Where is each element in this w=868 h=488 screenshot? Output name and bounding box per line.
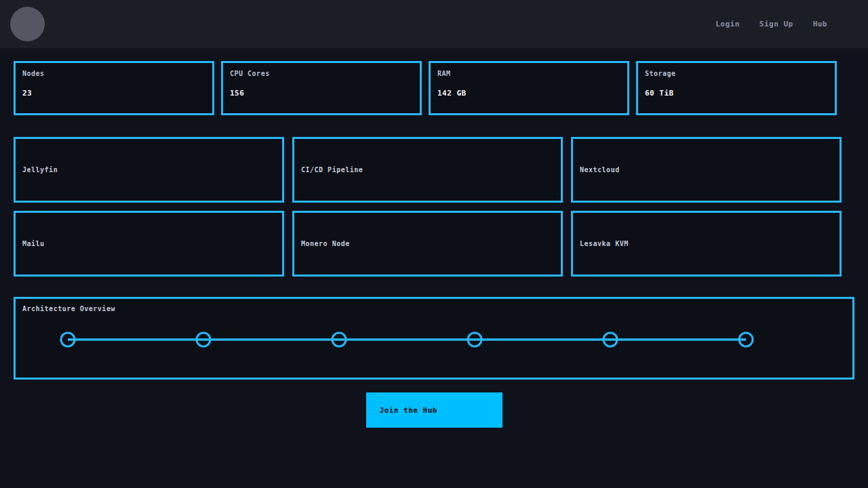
service-card-nextcloud[interactable]: Nextcloud [571, 137, 842, 203]
stat-value: 142 GB [437, 89, 620, 98]
service-name: Lesavka KVM [580, 240, 629, 247]
avatar[interactable] [10, 7, 45, 41]
stat-card-storage: Storage 60 TiB [636, 61, 837, 115]
architecture-diagram [16, 299, 852, 378]
stat-label: RAM [437, 70, 620, 77]
service-card-mailu[interactable]: Mailu [14, 211, 284, 277]
service-name: Jellyfin [22, 166, 58, 174]
stat-value: 156 [230, 89, 413, 98]
stat-value: 23 [22, 89, 205, 98]
service-name: Monero Node [301, 240, 350, 247]
service-card-monero-node[interactable]: Monero Node [292, 211, 563, 277]
services-grid: Jellyfin CI/CD Pipeline Nextcloud Mailu … [14, 137, 854, 277]
service-card-lesavka-kvm[interactable]: Lesavka KVM [571, 211, 842, 277]
top-navbar: Login Sign Up Hub [0, 0, 868, 48]
service-name: Nextcloud [580, 166, 620, 174]
nav-links: Login Sign Up Hub [715, 20, 827, 28]
cta-wrapper: Join the Hub [0, 392, 868, 428]
stat-card-nodes: Nodes 23 [14, 61, 214, 115]
nav-link-signup[interactable]: Sign Up [760, 20, 793, 28]
join-hub-button[interactable]: Join the Hub [366, 392, 502, 428]
stat-label: Nodes [22, 70, 205, 77]
stats-row: Nodes 23 CPU Cores 156 RAM 142 GB Storag… [14, 61, 854, 115]
service-name: Mailu [22, 240, 45, 247]
stat-card-ram: RAM 142 GB [429, 61, 629, 115]
architecture-overview-panel: Architecture Overview [14, 297, 854, 380]
nav-link-login[interactable]: Login [715, 20, 740, 28]
stat-label: Storage [645, 70, 828, 77]
service-card-jellyfin[interactable]: Jellyfin [14, 137, 284, 203]
stat-card-cpu-cores: CPU Cores 156 [221, 61, 422, 115]
service-name: CI/CD Pipeline [301, 166, 363, 174]
nav-link-hub[interactable]: Hub [813, 20, 827, 28]
service-card-cicd-pipeline[interactable]: CI/CD Pipeline [292, 137, 563, 203]
stat-value: 60 TiB [645, 89, 828, 98]
stat-label: CPU Cores [230, 70, 413, 77]
